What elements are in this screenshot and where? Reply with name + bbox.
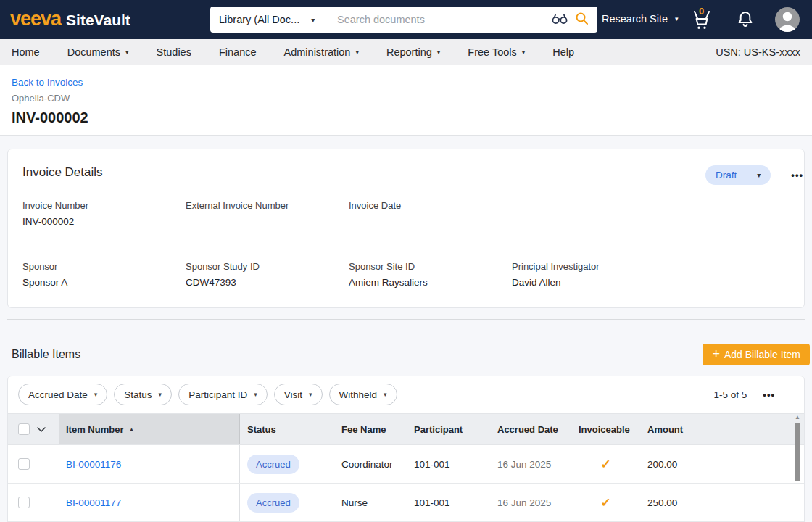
billable-items-title: Billable Items — [12, 348, 80, 361]
chevron-down-icon: ▾ — [125, 49, 129, 56]
chevron-down-icon: ▾ — [94, 391, 98, 398]
field-invoice-date: Invoice Date — [349, 200, 512, 228]
field-sponsor: Sponsor Sponsor A — [22, 261, 186, 289]
product-name: SiteVault — [66, 12, 130, 29]
chevron-down-icon: ▾ — [309, 391, 312, 398]
search-icon[interactable] — [575, 12, 589, 28]
table-row: BI-00001177 Accrued Nurse 101-001 16 Jun… — [8, 484, 804, 522]
billable-items-table: Accrued Date ▾ Status ▾ Participant ID ▾… — [7, 376, 805, 522]
status-badge: Accrued — [247, 493, 299, 513]
column-header-accrued-date[interactable]: Accrued Date — [490, 414, 571, 444]
pagination-label: 1-5 of 5 — [714, 389, 747, 400]
study-name: Ophelia-CDW — [12, 93, 800, 104]
select-all-checkbox[interactable] — [18, 423, 30, 435]
nav-item-free-tools[interactable]: Free Tools ▾ — [468, 46, 525, 58]
invoiceable-check-icon: ✓ — [600, 457, 610, 472]
fee-name-cell: Nurse — [334, 484, 407, 521]
chevron-down-icon: ▾ — [159, 391, 162, 398]
column-header-status[interactable]: Status — [240, 414, 334, 444]
field-external-invoice-number: External Invoice Number — [186, 200, 349, 228]
field-principal-investigator: Principal Investigator David Allen — [512, 261, 675, 289]
sort-asc-icon: ▲ — [128, 426, 134, 433]
status-label: Draft — [716, 170, 737, 181]
field-sponsor-site-id: Sponsor Site ID Amiem Raysaliers — [349, 261, 512, 289]
filter-status[interactable]: Status ▾ — [114, 384, 172, 405]
app-logo[interactable]: veeva SiteVault — [10, 8, 130, 30]
veeva-logo: veeva — [10, 8, 61, 30]
filter-visit[interactable]: Visit ▾ — [274, 384, 323, 405]
field-invoice-number: Invoice Number INV-000002 — [22, 200, 186, 228]
column-header-invoiceable[interactable]: Invoiceable — [571, 414, 640, 444]
field-sponsor-study-id: Sponsor Study ID CDW47393 — [186, 261, 349, 289]
search-scope-dropdown[interactable]: Library (All Doc... ▾ — [210, 7, 328, 33]
more-actions-button[interactable]: ••• — [791, 170, 803, 181]
notifications-button[interactable] — [734, 9, 756, 32]
accrued-date-cell: 16 Jun 2025 — [490, 484, 571, 521]
nav-item-home[interactable]: Home — [12, 46, 40, 58]
nav-item-reporting[interactable]: Reporting ▾ — [386, 46, 440, 58]
chevron-down-icon: ▾ — [675, 15, 679, 22]
nav-item-administration[interactable]: Administration ▾ — [284, 46, 359, 58]
scroll-up-icon[interactable]: ▲ — [795, 414, 800, 421]
filter-participant-id[interactable]: Participant ID ▾ — [178, 384, 268, 405]
item-number-link[interactable]: BI-00001176 — [66, 459, 121, 470]
nav-item-studies[interactable]: Studies — [157, 46, 191, 58]
item-number-link[interactable]: BI-00001177 — [66, 497, 121, 508]
column-header-participant[interactable]: Participant — [407, 414, 490, 444]
site-selector-label: Research Site — [602, 13, 668, 25]
fee-name-cell: Coordinator — [334, 445, 407, 483]
invoice-details-title: Invoice Details — [22, 165, 103, 180]
row-checkbox[interactable] — [18, 458, 30, 470]
page-title: INV-000002 — [12, 109, 800, 126]
chevron-down-icon: ▾ — [437, 49, 441, 56]
selection-menu-chevron-icon[interactable] — [37, 424, 46, 435]
user-avatar[interactable] — [775, 7, 800, 32]
accrued-date-cell: 16 Jun 2025 — [490, 445, 571, 483]
filter-withheld[interactable]: Withheld ▾ — [329, 384, 397, 405]
page-header: Back to Invoices Ophelia-CDW INV-000002 … — [0, 65, 812, 136]
column-header-amount[interactable]: Amount — [640, 414, 713, 444]
invoiceable-check-icon: ✓ — [600, 495, 610, 510]
column-header-item-number[interactable]: Item Number ▲ — [59, 414, 240, 444]
table-more-actions-button[interactable]: ••• — [763, 389, 775, 400]
status-badge: Accrued — [247, 455, 299, 474]
topbar: veeva SiteVault Library (All Doc... ▾ — [0, 0, 812, 39]
binoculars-icon[interactable] — [551, 12, 568, 28]
filter-accrued-date[interactable]: Accrued Date ▾ — [18, 384, 107, 405]
usn-label: USN: US-KS-xxxx — [716, 46, 800, 58]
chevron-down-icon: ▾ — [757, 171, 761, 179]
back-to-invoices-link[interactable]: Back to Invoices — [12, 77, 83, 88]
table-row: BI-00001176 Accrued Coordinator 101-001 … — [8, 445, 804, 484]
nav-item-help[interactable]: Help — [552, 46, 574, 58]
plus-icon: + — [712, 347, 720, 362]
participant-cell: 101-001 — [407, 484, 490, 521]
invoice-details-card: Invoice Details Invoice Number INV-00000… — [7, 149, 805, 308]
person-icon — [775, 7, 800, 32]
cart-button[interactable]: 0 — [689, 8, 715, 33]
search-input[interactable] — [328, 14, 551, 25]
scrollbar-thumb[interactable] — [795, 423, 800, 481]
add-billable-item-button[interactable]: + Add Billable Item — [703, 344, 810, 365]
row-checkbox[interactable] — [18, 497, 30, 508]
nav-item-finance[interactable]: Finance — [219, 46, 257, 58]
section-divider — [7, 319, 805, 320]
global-search: Library (All Doc... ▾ — [210, 7, 597, 33]
chevron-down-icon: ▾ — [254, 391, 257, 398]
site-selector-dropdown[interactable]: Research Site ▾ — [602, 13, 679, 25]
chevron-down-icon: ▾ — [311, 16, 315, 24]
amount-cell: 200.00 — [640, 445, 713, 483]
column-header-fee-name[interactable]: Fee Name — [334, 414, 407, 444]
chevron-down-icon: ▾ — [522, 49, 526, 56]
chevron-down-icon: ▾ — [355, 49, 359, 56]
bell-icon — [734, 9, 756, 29]
search-scope-label: Library (All Doc... — [219, 14, 299, 25]
amount-cell: 250.00 — [640, 484, 713, 521]
main-nav: Home Documents ▾ Studies Finance Adminis… — [0, 39, 812, 65]
page-content: Invoice Details Invoice Number INV-00000… — [0, 136, 812, 522]
participant-cell: 101-001 — [407, 445, 490, 483]
nav-item-documents[interactable]: Documents ▾ — [67, 46, 129, 58]
table-scrollbar[interactable]: ▲ — [793, 414, 802, 481]
table-header-row: Item Number ▲ Status Fee Name Participan… — [8, 413, 804, 445]
status-dropdown[interactable]: Draft ▾ — [705, 165, 771, 185]
cart-count-badge: 0 — [699, 6, 704, 17]
